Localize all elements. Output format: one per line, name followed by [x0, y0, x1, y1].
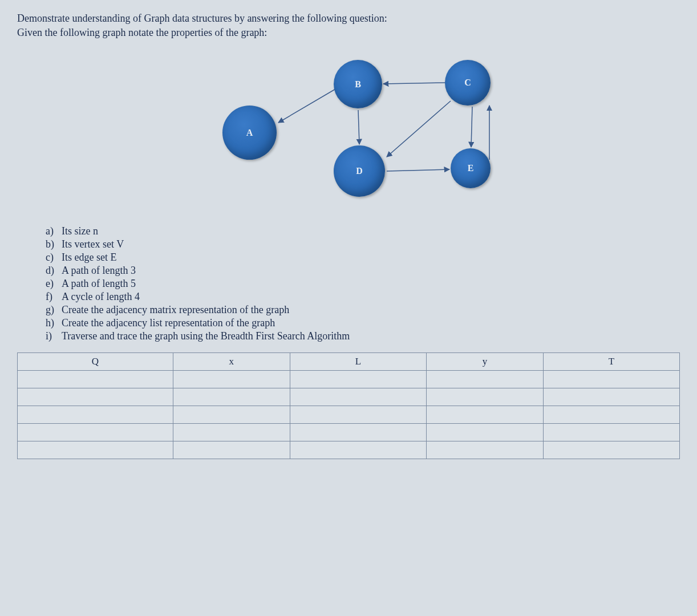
table-cell: [173, 406, 290, 424]
question-text: Its vertex set V: [62, 238, 124, 250]
table-cell: [18, 424, 173, 441]
node-label-d: D: [356, 166, 363, 176]
question-label: e): [46, 278, 62, 290]
table-cell: [290, 441, 426, 459]
table-cell: [290, 424, 426, 441]
question-text: Its size n: [62, 225, 98, 237]
table-row: [18, 424, 680, 441]
question-label: a): [46, 225, 62, 237]
table-cell: [18, 441, 173, 459]
question-label: b): [46, 238, 62, 250]
question-text: A path of length 3: [62, 265, 136, 277]
table-header: x: [173, 353, 290, 371]
question-item: a)Its size n: [46, 225, 680, 237]
question-item: c)Its edge set E: [46, 252, 680, 264]
question-item: g)Create the adjacency matrix representa…: [46, 304, 680, 316]
table-cell: [544, 406, 680, 424]
table-cell: [426, 371, 543, 388]
table-row: [18, 406, 680, 424]
table-cell: [426, 388, 543, 406]
question-text: Traverse and trace the graph using the B…: [62, 330, 350, 342]
intro-line-2: Given the following graph notate the pro…: [17, 26, 680, 40]
question-label: f): [46, 291, 62, 303]
table-cell: [18, 388, 173, 406]
svg-line-3: [387, 101, 451, 157]
question-item: b)Its vertex set V: [46, 238, 680, 250]
question-item: f)A cycle of length 4: [46, 291, 680, 303]
table-header: L: [290, 353, 426, 371]
table-cell: [426, 424, 543, 441]
question-label: h): [46, 317, 62, 329]
question-item: d)A path of length 3: [46, 265, 680, 277]
question-label: i): [46, 330, 62, 342]
table-cell: [18, 371, 173, 388]
svg-line-5: [387, 169, 449, 171]
question-text: Its edge set E: [62, 252, 116, 264]
table-cell: [426, 406, 543, 424]
intro-line-1: Demonstrate understanding of Graph data …: [17, 11, 680, 26]
table-cell: [544, 424, 680, 441]
question-item: h)Create the adjacency list representati…: [46, 317, 680, 329]
table-row: [18, 371, 680, 388]
table-row: [18, 388, 680, 406]
node-label-a: A: [246, 128, 253, 138]
graph-node-d: D: [334, 145, 385, 197]
question-label: c): [46, 252, 62, 264]
table-cell: [18, 406, 173, 424]
question-intro: Demonstrate understanding of Graph data …: [17, 11, 680, 40]
question-item: e)A path of length 5: [46, 278, 680, 290]
table-header: Q: [18, 353, 173, 371]
table-row: [18, 441, 680, 459]
table-cell: [544, 388, 680, 406]
graph-diagram: A B C D E: [205, 48, 605, 220]
table-cell: [426, 441, 543, 459]
question-list: a)Its size nb)Its vertex set Vc)Its edge…: [46, 225, 680, 342]
table-cell: [173, 388, 290, 406]
question-text: A path of length 5: [62, 278, 136, 290]
table-cell: [290, 406, 426, 424]
graph-node-a: A: [222, 106, 277, 160]
table-header: y: [426, 353, 543, 371]
svg-line-4: [471, 107, 472, 147]
table-cell: [290, 388, 426, 406]
table-cell: [544, 371, 680, 388]
question-text: A cycle of length 4: [62, 291, 140, 303]
bfs-trace-table: QxLyT: [17, 352, 680, 459]
question-text: Create the adjacency list representation…: [62, 317, 275, 329]
node-label-b: B: [355, 79, 361, 90]
table-cell: [173, 441, 290, 459]
table-cell: [544, 441, 680, 459]
node-label-c: C: [464, 78, 471, 88]
svg-line-2: [358, 110, 359, 144]
table-header: T: [544, 353, 680, 371]
table-cell: [173, 424, 290, 441]
graph-node-e: E: [451, 148, 491, 188]
graph-node-c: C: [445, 60, 491, 106]
table-cell: [290, 371, 426, 388]
table-cell: [173, 371, 290, 388]
graph-node-b: B: [334, 60, 382, 108]
question-text: Create the adjacency matrix representati…: [62, 304, 289, 316]
question-label: d): [46, 265, 62, 277]
question-label: g): [46, 304, 62, 316]
svg-line-0: [278, 88, 337, 123]
question-item: i)Traverse and trace the graph using the…: [46, 330, 680, 342]
svg-line-1: [383, 83, 445, 84]
node-label-e: E: [468, 163, 474, 173]
